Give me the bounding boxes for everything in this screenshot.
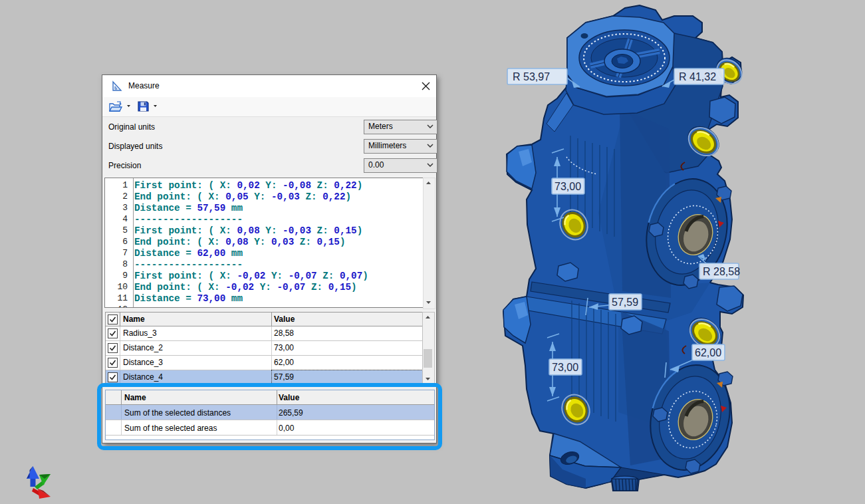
- svg-text:73,00: 73,00: [552, 362, 578, 373]
- svg-text:R 41,32: R 41,32: [679, 71, 716, 82]
- svg-text:62,00: 62,00: [695, 347, 721, 358]
- svg-text:73,00: 73,00: [555, 181, 581, 192]
- svg-text:R 28,58: R 28,58: [703, 266, 740, 277]
- svg-text:R 53,97: R 53,97: [513, 71, 550, 82]
- svg-text:57,59: 57,59: [612, 297, 638, 308]
